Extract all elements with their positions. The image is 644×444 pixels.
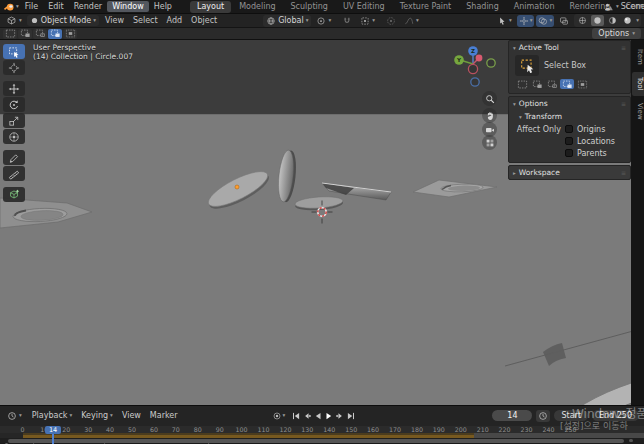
viewport-zoom-button[interactable] — [482, 91, 497, 106]
checkbox-origins[interactable] — [565, 125, 573, 133]
proportional-editing-toggle[interactable] — [383, 15, 399, 27]
editor-type-button[interactable]: ▾ — [3, 14, 25, 27]
options-button[interactable]: Options ▾ — [592, 28, 641, 39]
blender-window: ▾ FileEditRenderWindowHelp LayoutModelin… — [0, 0, 644, 444]
playback-revplay[interactable] — [313, 410, 323, 422]
transform-subpanel-header[interactable]: ▾ Transform — [509, 110, 630, 123]
timeline-menu-keying[interactable]: Keying▾ — [77, 410, 117, 421]
current-frame-field[interactable]: 14 — [492, 410, 532, 421]
viewport-menu-add[interactable]: Add — [163, 15, 187, 26]
timeline-ruler[interactable]: 0102030405060708090100110120130140150160… — [0, 426, 644, 433]
tool-annotate[interactable] — [3, 150, 25, 165]
timeline-menu-playback[interactable]: Playback▾ — [28, 410, 76, 421]
tab-animation[interactable]: Animation — [507, 1, 562, 13]
select-mode-extend[interactable] — [530, 79, 544, 89]
show-overlays-toggle[interactable]: ▾ — [536, 15, 554, 27]
tool-select-box[interactable] — [3, 44, 25, 59]
checkbox-locations[interactable] — [565, 137, 573, 145]
select-mode-subtract[interactable] — [545, 79, 559, 89]
checkbox-label-parents: Parents — [577, 149, 607, 158]
active-tool-chip[interactable] — [515, 55, 539, 76]
sidebar-tab-tool[interactable]: Tool — [632, 72, 644, 96]
shading-solid-button[interactable] — [591, 15, 604, 26]
ruler-tick-200: 200 — [455, 426, 467, 433]
current-frame-badge[interactable]: 14 — [45, 426, 61, 434]
axis-z-label: Z — [471, 48, 475, 54]
menu-help[interactable]: Help — [149, 1, 177, 12]
timeline-menu-marker[interactable]: Marker — [146, 410, 182, 421]
scrollbar-handle[interactable] — [8, 439, 624, 443]
snap-toggle[interactable] — [339, 15, 355, 27]
show-gizmo-toggle[interactable]: ▾ — [517, 15, 535, 27]
viewport-menu-object[interactable]: Object — [187, 15, 221, 26]
navigation-gizmo[interactable]: Z Y — [452, 42, 500, 90]
playback-nextkey[interactable] — [335, 410, 345, 422]
select-mode-set[interactable] — [3, 29, 17, 39]
viewport-menu-select[interactable]: Select — [129, 15, 162, 26]
menu-window[interactable]: Window — [107, 1, 149, 12]
select-mode-extend[interactable] — [18, 29, 32, 39]
viewport-3d[interactable]: User Perspective (14) Collection | Circl… — [0, 40, 644, 405]
shading-caret-icon[interactable]: ▾ — [636, 18, 639, 24]
menu-edit[interactable]: Edit — [43, 1, 69, 12]
tool-move[interactable] — [3, 81, 25, 96]
playback-last[interactable] — [346, 410, 356, 422]
tab-texture-paint[interactable]: Texture Paint — [393, 1, 459, 13]
select-mode-invert[interactable] — [560, 79, 574, 89]
blender-logo-icon[interactable] — [3, 1, 15, 13]
use-preview-range-button[interactable] — [536, 410, 550, 422]
tab-shading[interactable]: Shading — [459, 1, 506, 13]
shading-material-button[interactable] — [606, 15, 619, 26]
select-mode-intersect[interactable] — [575, 79, 589, 89]
playback-prevkey[interactable] — [302, 410, 312, 422]
workspace-panel-header[interactable]: ▸ Workspace ≡ — [509, 166, 630, 179]
tool-rotate[interactable] — [3, 97, 25, 112]
tab-uv-editing[interactable]: UV Editing — [336, 1, 392, 13]
xray-toggle[interactable] — [556, 15, 572, 27]
tab-layout[interactable]: Layout — [190, 1, 231, 13]
shading-wireframe-button[interactable] — [576, 15, 589, 26]
viewport-orthographic-button[interactable] — [482, 135, 497, 150]
tool-scale[interactable] — [3, 113, 25, 128]
select-mode-set[interactable] — [515, 79, 529, 89]
pivot-point-dropdown[interactable]: ▾ — [313, 15, 334, 27]
menu-file[interactable]: File — [20, 1, 43, 12]
checkbox-parents[interactable] — [565, 149, 573, 157]
tool-cursor[interactable] — [3, 60, 25, 75]
select-mode-subtract[interactable] — [33, 29, 47, 39]
sidebar-tab-view[interactable]: View — [632, 98, 644, 125]
playback-first[interactable] — [291, 410, 301, 422]
transform-orientation-dropdown[interactable]: Global ▾ — [263, 15, 311, 27]
ruler-tick-100: 100 — [236, 426, 248, 433]
options-panel-header[interactable]: ▾ Options ≡ — [509, 97, 630, 110]
auto-keying-toggle[interactable]: ▾ — [272, 411, 286, 421]
selectability-dropdown[interactable]: ▾ — [494, 15, 515, 27]
tool-settings-bar: Options ▾ — [0, 28, 644, 40]
playback-play[interactable] — [324, 410, 334, 422]
ruler-tick-150: 150 — [345, 426, 357, 433]
select-mode-invert[interactable] — [48, 29, 62, 39]
tool-measure[interactable] — [3, 166, 25, 181]
snap-target-dropdown[interactable]: ▾ — [357, 15, 378, 27]
tab-modeling[interactable]: Modeling — [232, 1, 282, 13]
frame-start-field[interactable]: Start — [554, 410, 588, 421]
menu-render[interactable]: Render — [69, 1, 107, 12]
select-mode-intersect[interactable] — [63, 29, 77, 39]
viewport-pan-button[interactable] — [482, 108, 497, 123]
object-mode-dropdown[interactable]: Object Mode ▾ — [27, 15, 99, 26]
tab-sculpting[interactable]: Sculpting — [284, 1, 335, 13]
scene-selector[interactable]: ▾ Scene — [604, 0, 644, 13]
frame-end-field[interactable]: End 250 — [592, 410, 639, 421]
sidebar-tab-item[interactable]: Item — [632, 44, 644, 70]
tool-transform[interactable] — [3, 129, 25, 144]
shading-rendered-button[interactable] — [621, 15, 634, 26]
timeline-menu-view[interactable]: View — [118, 410, 145, 421]
proportional-falloff-dropdown[interactable]: ▾ — [401, 15, 422, 27]
active-tool-panel-header[interactable]: ▾ Active Tool ≡ — [509, 41, 630, 54]
viewport-menu-view[interactable]: View — [101, 15, 128, 26]
tool-add-cube[interactable] — [3, 187, 25, 202]
toolshelf — [3, 43, 25, 202]
topbar: ▾ FileEditRenderWindowHelp LayoutModelin… — [0, 0, 644, 13]
panel-select-mode-buttons — [509, 79, 630, 93]
timeline-editor-type-button[interactable]: ▾ — [3, 410, 26, 422]
